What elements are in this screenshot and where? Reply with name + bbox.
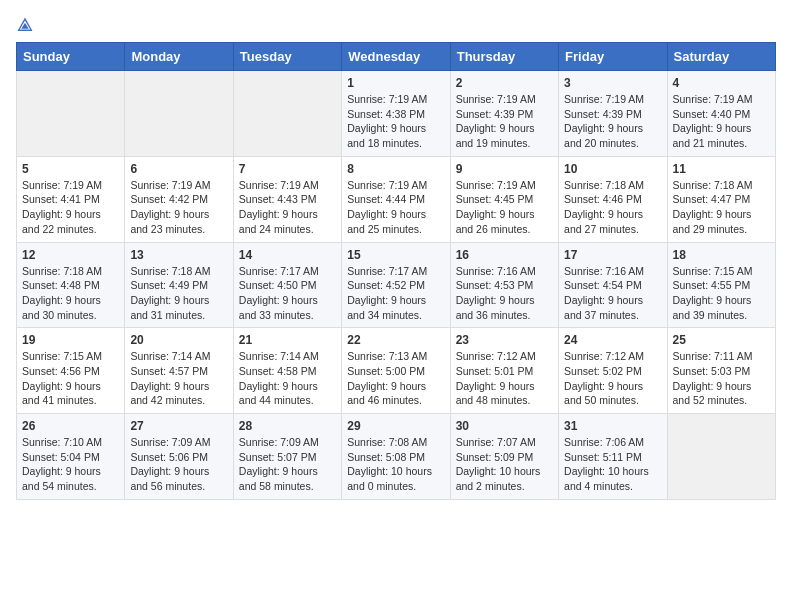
cell-info: Sunrise: 7:16 AMSunset: 4:53 PMDaylight:… — [456, 264, 553, 323]
calendar-cell: 27Sunrise: 7:09 AMSunset: 5:06 PMDayligh… — [125, 414, 233, 500]
day-header-saturday: Saturday — [667, 43, 775, 71]
cell-info: Sunrise: 7:17 AMSunset: 4:50 PMDaylight:… — [239, 264, 336, 323]
day-number: 6 — [130, 162, 227, 176]
header — [16, 16, 776, 34]
cell-info: Sunrise: 7:19 AMSunset: 4:45 PMDaylight:… — [456, 178, 553, 237]
calendar-cell: 4Sunrise: 7:19 AMSunset: 4:40 PMDaylight… — [667, 71, 775, 157]
cell-info: Sunrise: 7:08 AMSunset: 5:08 PMDaylight:… — [347, 435, 444, 494]
calendar-cell: 25Sunrise: 7:11 AMSunset: 5:03 PMDayligh… — [667, 328, 775, 414]
calendar-cell: 26Sunrise: 7:10 AMSunset: 5:04 PMDayligh… — [17, 414, 125, 500]
calendar-cell: 14Sunrise: 7:17 AMSunset: 4:50 PMDayligh… — [233, 242, 341, 328]
day-number: 24 — [564, 333, 661, 347]
day-number: 12 — [22, 248, 119, 262]
cell-info: Sunrise: 7:15 AMSunset: 4:56 PMDaylight:… — [22, 349, 119, 408]
calendar-cell: 22Sunrise: 7:13 AMSunset: 5:00 PMDayligh… — [342, 328, 450, 414]
calendar-cell: 18Sunrise: 7:15 AMSunset: 4:55 PMDayligh… — [667, 242, 775, 328]
day-number: 20 — [130, 333, 227, 347]
cell-info: Sunrise: 7:19 AMSunset: 4:44 PMDaylight:… — [347, 178, 444, 237]
day-number: 29 — [347, 419, 444, 433]
day-number: 7 — [239, 162, 336, 176]
day-number: 25 — [673, 333, 770, 347]
day-header-sunday: Sunday — [17, 43, 125, 71]
calendar-cell: 5Sunrise: 7:19 AMSunset: 4:41 PMDaylight… — [17, 156, 125, 242]
day-number: 10 — [564, 162, 661, 176]
day-number: 13 — [130, 248, 227, 262]
calendar-cell: 21Sunrise: 7:14 AMSunset: 4:58 PMDayligh… — [233, 328, 341, 414]
day-header-wednesday: Wednesday — [342, 43, 450, 71]
cell-info: Sunrise: 7:09 AMSunset: 5:06 PMDaylight:… — [130, 435, 227, 494]
calendar-cell — [233, 71, 341, 157]
cell-info: Sunrise: 7:19 AMSunset: 4:39 PMDaylight:… — [456, 92, 553, 151]
calendar-cell — [667, 414, 775, 500]
cell-info: Sunrise: 7:18 AMSunset: 4:49 PMDaylight:… — [130, 264, 227, 323]
day-number: 21 — [239, 333, 336, 347]
day-header-tuesday: Tuesday — [233, 43, 341, 71]
cell-info: Sunrise: 7:12 AMSunset: 5:01 PMDaylight:… — [456, 349, 553, 408]
day-number: 19 — [22, 333, 119, 347]
cell-info: Sunrise: 7:19 AMSunset: 4:42 PMDaylight:… — [130, 178, 227, 237]
cell-info: Sunrise: 7:19 AMSunset: 4:41 PMDaylight:… — [22, 178, 119, 237]
calendar-cell: 31Sunrise: 7:06 AMSunset: 5:11 PMDayligh… — [559, 414, 667, 500]
day-number: 27 — [130, 419, 227, 433]
calendar-cell: 20Sunrise: 7:14 AMSunset: 4:57 PMDayligh… — [125, 328, 233, 414]
cell-info: Sunrise: 7:18 AMSunset: 4:46 PMDaylight:… — [564, 178, 661, 237]
cell-info: Sunrise: 7:19 AMSunset: 4:38 PMDaylight:… — [347, 92, 444, 151]
calendar-cell: 1Sunrise: 7:19 AMSunset: 4:38 PMDaylight… — [342, 71, 450, 157]
cell-info: Sunrise: 7:18 AMSunset: 4:47 PMDaylight:… — [673, 178, 770, 237]
calendar-cell: 6Sunrise: 7:19 AMSunset: 4:42 PMDaylight… — [125, 156, 233, 242]
cell-info: Sunrise: 7:13 AMSunset: 5:00 PMDaylight:… — [347, 349, 444, 408]
logo — [16, 16, 36, 34]
cell-info: Sunrise: 7:09 AMSunset: 5:07 PMDaylight:… — [239, 435, 336, 494]
cell-info: Sunrise: 7:06 AMSunset: 5:11 PMDaylight:… — [564, 435, 661, 494]
day-number: 2 — [456, 76, 553, 90]
cell-info: Sunrise: 7:14 AMSunset: 4:57 PMDaylight:… — [130, 349, 227, 408]
day-number: 16 — [456, 248, 553, 262]
cell-info: Sunrise: 7:19 AMSunset: 4:40 PMDaylight:… — [673, 92, 770, 151]
day-number: 23 — [456, 333, 553, 347]
day-number: 9 — [456, 162, 553, 176]
day-header-friday: Friday — [559, 43, 667, 71]
calendar-cell: 19Sunrise: 7:15 AMSunset: 4:56 PMDayligh… — [17, 328, 125, 414]
cell-info: Sunrise: 7:12 AMSunset: 5:02 PMDaylight:… — [564, 349, 661, 408]
day-number: 4 — [673, 76, 770, 90]
cell-info: Sunrise: 7:14 AMSunset: 4:58 PMDaylight:… — [239, 349, 336, 408]
day-number: 22 — [347, 333, 444, 347]
cell-info: Sunrise: 7:16 AMSunset: 4:54 PMDaylight:… — [564, 264, 661, 323]
cell-info: Sunrise: 7:18 AMSunset: 4:48 PMDaylight:… — [22, 264, 119, 323]
calendar-cell: 8Sunrise: 7:19 AMSunset: 4:44 PMDaylight… — [342, 156, 450, 242]
cell-info: Sunrise: 7:19 AMSunset: 4:39 PMDaylight:… — [564, 92, 661, 151]
calendar-cell — [125, 71, 233, 157]
day-number: 8 — [347, 162, 444, 176]
calendar-cell: 29Sunrise: 7:08 AMSunset: 5:08 PMDayligh… — [342, 414, 450, 500]
calendar-cell: 10Sunrise: 7:18 AMSunset: 4:46 PMDayligh… — [559, 156, 667, 242]
cell-info: Sunrise: 7:10 AMSunset: 5:04 PMDaylight:… — [22, 435, 119, 494]
calendar-cell: 24Sunrise: 7:12 AMSunset: 5:02 PMDayligh… — [559, 328, 667, 414]
calendar-cell: 17Sunrise: 7:16 AMSunset: 4:54 PMDayligh… — [559, 242, 667, 328]
calendar-cell: 16Sunrise: 7:16 AMSunset: 4:53 PMDayligh… — [450, 242, 558, 328]
calendar-cell: 3Sunrise: 7:19 AMSunset: 4:39 PMDaylight… — [559, 71, 667, 157]
calendar-table: SundayMondayTuesdayWednesdayThursdayFrid… — [16, 42, 776, 500]
day-header-monday: Monday — [125, 43, 233, 71]
cell-info: Sunrise: 7:19 AMSunset: 4:43 PMDaylight:… — [239, 178, 336, 237]
day-number: 17 — [564, 248, 661, 262]
day-number: 26 — [22, 419, 119, 433]
day-number: 15 — [347, 248, 444, 262]
day-number: 30 — [456, 419, 553, 433]
calendar-cell: 9Sunrise: 7:19 AMSunset: 4:45 PMDaylight… — [450, 156, 558, 242]
calendar-cell: 7Sunrise: 7:19 AMSunset: 4:43 PMDaylight… — [233, 156, 341, 242]
cell-info: Sunrise: 7:15 AMSunset: 4:55 PMDaylight:… — [673, 264, 770, 323]
calendar-cell: 23Sunrise: 7:12 AMSunset: 5:01 PMDayligh… — [450, 328, 558, 414]
calendar-cell: 15Sunrise: 7:17 AMSunset: 4:52 PMDayligh… — [342, 242, 450, 328]
day-number: 1 — [347, 76, 444, 90]
calendar-cell: 2Sunrise: 7:19 AMSunset: 4:39 PMDaylight… — [450, 71, 558, 157]
cell-info: Sunrise: 7:11 AMSunset: 5:03 PMDaylight:… — [673, 349, 770, 408]
logo-icon — [16, 16, 34, 34]
calendar-cell — [17, 71, 125, 157]
day-number: 3 — [564, 76, 661, 90]
calendar-cell: 30Sunrise: 7:07 AMSunset: 5:09 PMDayligh… — [450, 414, 558, 500]
day-header-thursday: Thursday — [450, 43, 558, 71]
day-number: 5 — [22, 162, 119, 176]
day-number: 31 — [564, 419, 661, 433]
day-number: 14 — [239, 248, 336, 262]
cell-info: Sunrise: 7:07 AMSunset: 5:09 PMDaylight:… — [456, 435, 553, 494]
